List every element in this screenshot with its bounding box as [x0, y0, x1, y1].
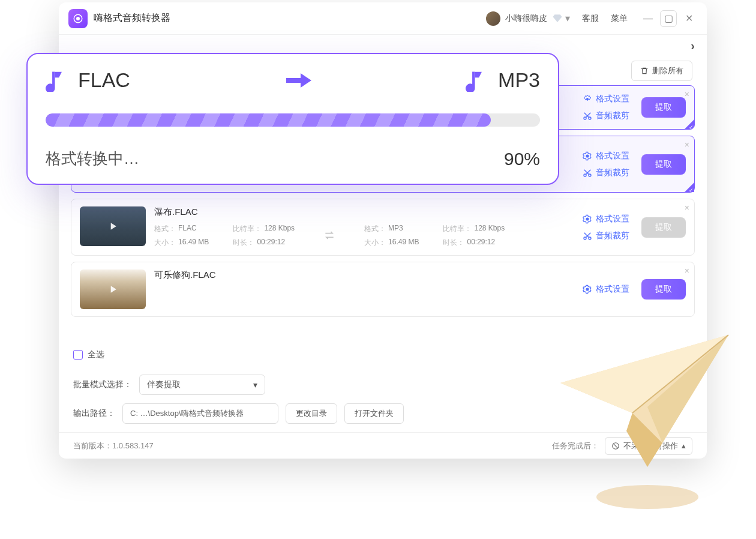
chevron-up-icon: ▴ — [682, 441, 686, 450]
format-settings-link[interactable]: 格式设置 — [583, 94, 629, 104]
svg-point-8 — [586, 218, 589, 220]
output-path-label: 输出路径： — [73, 408, 115, 419]
file-item[interactable]: 瀑布.FLAC 格式：FLAC 大小：16.49 MB 比特率：128 Kbps… — [71, 199, 695, 256]
footer: 当前版本： 1.0.583.147 任务完成后： 不采取任何操作 ▴ — [59, 432, 707, 459]
chevron-right-icon[interactable]: › — [691, 39, 695, 53]
chevron-down-icon: ▾ — [253, 380, 257, 390]
format-settings-link[interactable]: 格式设置 — [583, 151, 629, 161]
chevron-down-icon[interactable]: ▾ — [565, 13, 570, 24]
maximize-button[interactable]: ▢ — [660, 10, 677, 27]
conversion-status: 格式转换中… — [46, 148, 139, 169]
audio-trim-link[interactable]: 音频裁剪 — [583, 167, 629, 178]
close-button[interactable]: ✕ — [680, 10, 697, 27]
format-settings-link[interactable]: 格式设置 — [583, 214, 629, 224]
select-all-bar: 全选 — [59, 343, 707, 366]
file-item[interactable]: 可乐修狗.FLAC 格式设置 提取 × — [71, 262, 695, 317]
ban-icon — [611, 442, 620, 450]
source-format: FLAC — [78, 68, 130, 92]
progress-bar — [46, 113, 540, 127]
app-logo-icon — [68, 9, 88, 28]
progress-fill — [46, 113, 491, 127]
extract-button[interactable]: 提取 — [641, 97, 686, 118]
svg-point-11 — [586, 288, 589, 291]
file-thumbnail — [80, 206, 146, 246]
avatar[interactable] — [486, 11, 500, 26]
conversion-percent: 90% — [504, 149, 540, 169]
music-note-icon — [466, 69, 488, 92]
target-format: MP3 — [498, 68, 540, 92]
vip-icon — [552, 13, 563, 24]
extract-button[interactable]: 提取 — [641, 279, 686, 300]
play-icon — [107, 283, 119, 295]
file-thumbnail — [80, 270, 146, 309]
after-task-select[interactable]: 不采取任何操作 ▴ — [605, 437, 692, 455]
file-name: 瀑布.FLAC — [154, 206, 574, 218]
audio-trim-link[interactable]: 音频裁剪 — [583, 110, 629, 121]
username: 小嗨很嗨皮 — [505, 13, 547, 24]
arrow-right-icon — [284, 70, 313, 91]
svg-point-13 — [596, 485, 698, 509]
audio-trim-link[interactable]: 音频裁剪 — [583, 230, 629, 241]
batch-mode-label: 批量模式选择： — [73, 379, 132, 390]
app-title: 嗨格式音频转换器 — [94, 12, 486, 25]
select-all-checkbox[interactable] — [73, 350, 83, 360]
title-bar: 嗨格式音频转换器 小嗨很嗨皮 ▾ 客服 菜单 — ▢ ✕ — [59, 2, 707, 35]
select-all-label: 全选 — [88, 349, 104, 360]
file-name: 可乐修狗.FLAC — [154, 270, 574, 281]
after-task-label: 任务完成后： — [552, 441, 599, 451]
minimize-button[interactable]: — — [640, 10, 656, 27]
remove-file-icon[interactable]: × — [685, 140, 689, 149]
svg-point-1 — [77, 17, 80, 20]
bottom-bar: 批量模式选择： 伴奏提取 ▾ 输出路径： C: …\Desktop\嗨格式音频转… — [59, 366, 707, 432]
window-controls: — ▢ ✕ — [640, 10, 697, 27]
music-note-icon — [46, 69, 68, 92]
open-folder-button[interactable]: 打开文件夹 — [344, 403, 404, 424]
trash-icon — [640, 67, 649, 75]
menu-link[interactable]: 菜单 — [611, 13, 628, 24]
play-icon — [107, 220, 119, 232]
version-label: 当前版本： — [73, 441, 112, 451]
support-link[interactable]: 客服 — [582, 13, 599, 24]
extract-button[interactable]: 提取 — [641, 217, 686, 238]
remove-file-icon[interactable]: × — [685, 203, 689, 212]
version-number: 1.0.583.147 — [112, 441, 154, 450]
output-path-field[interactable]: C: …\Desktop\嗨格式音频转换器 — [122, 403, 278, 424]
svg-point-5 — [586, 155, 589, 157]
change-dir-button[interactable]: 更改目录 — [286, 403, 337, 424]
remove-file-icon[interactable]: × — [685, 266, 689, 276]
delete-all-button[interactable]: 删除所有 — [631, 61, 692, 81]
format-settings-link[interactable]: 格式设置 — [583, 284, 629, 295]
extract-button[interactable]: 提取 — [641, 154, 686, 175]
batch-mode-select[interactable]: 伴奏提取 ▾ — [139, 375, 265, 395]
conversion-card: FLAC MP3 格式转换中… 90% — [26, 53, 559, 185]
swap-icon — [323, 229, 335, 243]
remove-file-icon[interactable]: × — [685, 89, 689, 99]
